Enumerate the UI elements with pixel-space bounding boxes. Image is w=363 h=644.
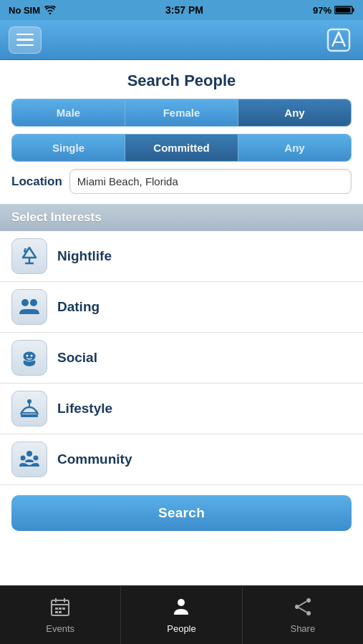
svg-rect-13 — [21, 414, 38, 417]
interest-label-lifestyle: Lifestyle — [57, 401, 112, 416]
svg-point-16 — [21, 456, 26, 461]
people-tab-icon — [170, 596, 192, 620]
menu-line-1 — [16, 34, 34, 36]
menu-line-2 — [16, 39, 34, 41]
svg-point-30 — [306, 611, 311, 615]
svg-rect-24 — [62, 608, 65, 610]
location-input[interactable] — [69, 169, 352, 194]
svg-point-28 — [306, 598, 311, 602]
carrier-text: No SIM — [9, 5, 40, 16]
svg-point-15 — [26, 451, 32, 457]
interest-item-dating[interactable]: Dating — [0, 282, 363, 333]
tab-label-share: Share — [290, 623, 315, 634]
svg-point-17 — [34, 456, 39, 461]
tab-people[interactable]: People — [121, 586, 242, 644]
interest-label-dating: Dating — [57, 299, 100, 315]
menu-button[interactable] — [9, 26, 42, 54]
tab-bar: Events People Share — [0, 585, 363, 644]
status-time: 3:57 PM — [165, 4, 203, 16]
gender-filter-btn-any[interactable]: Any — [238, 99, 351, 126]
svg-point-7 — [21, 299, 29, 306]
main-content: Search People MaleFemaleAny SingleCommit… — [0, 60, 363, 541]
interests-section-header: Select Interests — [0, 204, 363, 231]
interest-item-nightlife[interactable]: Nightlife — [0, 231, 363, 282]
logo-svg — [325, 26, 352, 54]
svg-point-27 — [178, 599, 185, 606]
share-tab-icon — [292, 596, 314, 620]
svg-point-11 — [26, 355, 29, 357]
battery-icon — [334, 5, 354, 15]
svg-point-8 — [30, 299, 37, 306]
status-bar: No SIM 3:57 PM 97% — [0, 0, 363, 20]
nav-bar — [0, 20, 363, 60]
interest-label-nightlife: Nightlife — [57, 248, 112, 264]
search-button[interactable]: Search — [11, 495, 352, 531]
battery-text: 97% — [313, 5, 331, 16]
status-filter-btn-committed[interactable]: Committed — [125, 135, 238, 161]
tab-label-people: People — [167, 623, 195, 634]
location-row: Location — [11, 169, 352, 194]
menu-line-3 — [16, 44, 34, 47]
svg-rect-25 — [55, 611, 58, 613]
svg-rect-2 — [335, 8, 350, 13]
svg-rect-23 — [59, 608, 62, 610]
tab-events[interactable]: Events — [0, 586, 121, 644]
app-logo — [323, 26, 354, 54]
interest-item-social[interactable]: Social — [0, 333, 363, 384]
svg-point-6 — [24, 250, 26, 253]
nightlife-icon — [11, 238, 47, 274]
status-right: 97% — [313, 5, 354, 16]
gender-filter-btn-female[interactable]: Female — [125, 99, 238, 126]
events-tab-icon — [49, 596, 71, 620]
gender-filter-btn-male[interactable]: Male — [12, 99, 125, 126]
tab-share[interactable]: Share — [243, 586, 363, 644]
interest-item-community[interactable]: Community — [0, 434, 363, 485]
search-button-wrap: Search — [0, 485, 363, 541]
location-label: Location — [11, 175, 62, 189]
interest-label-community: Community — [57, 452, 132, 467]
social-icon — [11, 340, 47, 376]
lifestyle-icon — [11, 391, 47, 426]
svg-line-32 — [299, 608, 306, 613]
status-filter-group: SingleCommittedAny — [11, 134, 352, 162]
svg-point-29 — [295, 605, 299, 609]
status-filter-btn-any[interactable]: Any — [238, 135, 351, 161]
svg-line-31 — [299, 602, 306, 606]
svg-point-12 — [31, 355, 33, 357]
svg-point-14 — [27, 399, 32, 404]
status-left: No SIM — [9, 5, 56, 16]
wifi-icon — [44, 6, 56, 14]
svg-rect-1 — [352, 9, 354, 12]
community-icon — [11, 441, 47, 477]
gender-filter-group: MaleFemaleAny — [11, 99, 352, 127]
interest-list: Nightlife Dating Social Lifestyle Commun… — [0, 231, 363, 485]
status-filter-btn-single[interactable]: Single — [12, 135, 125, 161]
page-title: Search People — [0, 60, 363, 99]
interest-label-social: Social — [57, 350, 97, 366]
interest-item-lifestyle[interactable]: Lifestyle — [0, 384, 363, 434]
tab-label-events: Events — [46, 623, 74, 634]
svg-rect-26 — [59, 611, 62, 613]
svg-rect-22 — [55, 608, 58, 610]
dating-icon — [11, 289, 47, 325]
